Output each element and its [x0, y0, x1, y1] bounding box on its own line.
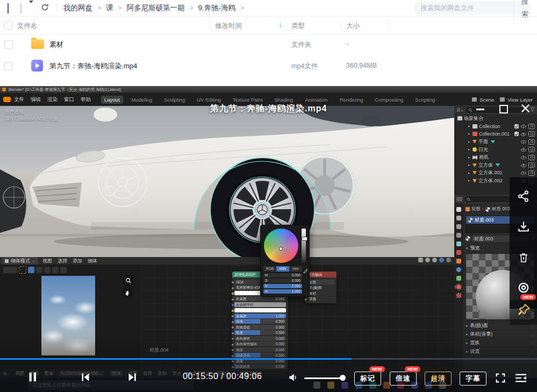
node-socket[interactable] — [231, 298, 234, 301]
viewport-3d-scene[interactable] — [0, 106, 454, 257]
node-property-row[interactable]: 光泽染色 光泽染色0.500 — [234, 353, 286, 358]
node-socket[interactable] — [231, 320, 234, 324]
node-socket[interactable] — [231, 281, 234, 284]
node-property-row[interactable]: 高光染色 高光染色0.000 — [234, 325, 286, 330]
history-caret-icon[interactable] — [29, 3, 33, 13]
render-camera-icon[interactable] — [528, 124, 535, 129]
node-property-row[interactable]: 高光 高光0.500 — [234, 319, 286, 324]
viewlayer-tab-icon[interactable] — [456, 233, 461, 238]
outliner-row[interactable]: 相机 — [454, 154, 537, 162]
node-socket[interactable] — [231, 348, 234, 352]
subtitle-button[interactable]: 字幕 — [460, 372, 486, 386]
zoom-gizmo-icon[interactable] — [123, 275, 134, 287]
editor-type-icon[interactable] — [456, 197, 462, 202]
material-shading-icon[interactable] — [439, 258, 444, 262]
picker-slider[interactable]: V 1.000 — [263, 284, 302, 288]
refresh-icon[interactable] — [41, 3, 49, 13]
shader-menu-item[interactable]: 节点 — [172, 370, 181, 377]
node-property-row[interactable]: 清漆糙度 清漆糙度0.030 — [234, 364, 286, 369]
wheel-cursor[interactable] — [279, 247, 283, 251]
picker-tab[interactable]: RGB — [263, 266, 276, 272]
column-modified[interactable]: 修改时间 — [215, 22, 242, 31]
solid-shading-icon[interactable] — [432, 258, 437, 262]
node-socket[interactable] — [231, 309, 234, 312]
workspace-tab[interactable]: Texture Paint — [230, 96, 266, 104]
render-camera-icon[interactable] — [528, 131, 535, 137]
cursor-tool-icon[interactable] — [52, 267, 59, 273]
column-name[interactable]: 文件名 — [17, 22, 38, 31]
material-tab-icon[interactable] — [456, 284, 461, 289]
expand-icon[interactable] — [468, 124, 472, 129]
workspace-tab[interactable]: Sculpting — [161, 96, 188, 104]
menu-image[interactable]: 图像 — [44, 370, 53, 377]
mark-button[interactable]: 标记 — [354, 372, 381, 386]
file-name[interactable]: 素材 — [49, 40, 63, 49]
node-property-row[interactable]: 糙度 糙度0.500 — [234, 330, 286, 335]
workspace-tab[interactable]: Compositing — [372, 96, 407, 104]
picker-tab[interactable]: Hex — [289, 266, 302, 272]
node-socket[interactable] — [231, 326, 234, 329]
search-input[interactable] — [414, 4, 513, 12]
visibility-eye-icon[interactable] — [521, 155, 526, 160]
select-all-checkbox[interactable] — [4, 21, 13, 30]
playlist-icon[interactable] — [514, 373, 528, 386]
node-socket[interactable] — [231, 287, 234, 290]
taskbar-app-icon[interactable] — [341, 382, 348, 389]
editor-menu-icon[interactable]: ▦⌄ — [3, 372, 10, 376]
blender-menu-item[interactable]: 文件 — [14, 96, 24, 103]
file-row[interactable]: 第九节：奔驰-海鸥渲染.mp4 mp4文件 360.94MB — [0, 55, 537, 76]
collapsed-section[interactable]: ▸ 设置 :::: — [463, 347, 537, 355]
breadcrumb-item[interactable]: 我的网盘 — [63, 3, 92, 13]
picker-slider[interactable]: H 0.000 — [263, 273, 302, 277]
node-socket[interactable] — [231, 337, 234, 340]
tool-tab-icon[interactable] — [456, 207, 461, 212]
pin-icon[interactable] — [517, 303, 531, 319]
scene-tab-icon[interactable] — [456, 241, 461, 246]
workspace-tab[interactable]: Shading — [271, 96, 297, 104]
visibility-eye-icon[interactable] — [521, 163, 526, 168]
node-socket[interactable] — [231, 303, 234, 307]
object-tab-icon[interactable] — [456, 259, 461, 263]
measure-tool-icon[interactable] — [60, 267, 67, 273]
column-size[interactable]: 大小 — [346, 22, 360, 31]
tool-dropdown[interactable] — [3, 267, 17, 273]
node-property-row[interactable]: 次表面颜色 次表面颜色 — [234, 308, 286, 312]
node-socket[interactable] — [231, 354, 234, 358]
collapsed-section[interactable]: ▸ 置换 :::: — [463, 338, 537, 347]
breadcrumb-object[interactable]: 轮毂 — [471, 206, 481, 212]
minimize-icon[interactable] — [476, 109, 484, 110]
maximize-icon[interactable] — [499, 105, 508, 113]
quality-button[interactable]: 超清 — [425, 372, 452, 386]
visibility-eye-icon[interactable] — [521, 132, 526, 137]
output-tab-icon[interactable] — [456, 224, 461, 229]
node-property-row[interactable]: 金属度 金属度1.000 — [234, 313, 286, 318]
expand-icon[interactable] — [468, 179, 472, 183]
blender-menu-item[interactable]: 渲染 — [47, 96, 58, 103]
back-icon[interactable] — [8, 3, 9, 13]
select-tool-icon[interactable] — [19, 266, 26, 274]
node-socket[interactable] — [231, 343, 234, 346]
menu-view[interactable]: 视图 — [15, 370, 24, 377]
taskbar-app-icon[interactable] — [327, 382, 334, 389]
node-title[interactable]: 材质输出 — [305, 272, 336, 277]
scene-name[interactable]: Scene — [479, 97, 494, 103]
workspace-tab[interactable]: Rendering — [336, 96, 367, 104]
render-camera-icon[interactable] — [528, 139, 535, 145]
viewport2-menu-item[interactable]: 物体 — [88, 258, 97, 265]
pan-hand-icon[interactable] — [121, 287, 133, 299]
blender-menu-item[interactable]: 帮助 — [81, 96, 91, 103]
node-property-row[interactable]: 次表面 次表面0.000 — [234, 296, 286, 301]
view-layer-name[interactable]: View Layer — [507, 97, 533, 103]
previous-button[interactable] — [80, 372, 91, 385]
volume-icon[interactable] — [287, 372, 299, 385]
picker-slider[interactable]: A 1.000 — [263, 289, 302, 294]
outliner-row[interactable]: 立方体.001 — [454, 169, 537, 177]
physics-tab-icon[interactable] — [456, 267, 461, 272]
workspace-tab[interactable]: Layout — [101, 96, 123, 104]
breadcrumb-item[interactable]: 9.奔驰-海鸥 — [198, 3, 236, 13]
column-type[interactable]: 类型 — [291, 22, 305, 31]
mode-dropdown[interactable]: 物体模式 ⌄ — [2, 257, 38, 265]
value-slider[interactable] — [302, 229, 306, 263]
visibility-eye-icon[interactable] — [521, 139, 526, 144]
viewport2-menu-item[interactable]: 选择 — [58, 258, 67, 265]
